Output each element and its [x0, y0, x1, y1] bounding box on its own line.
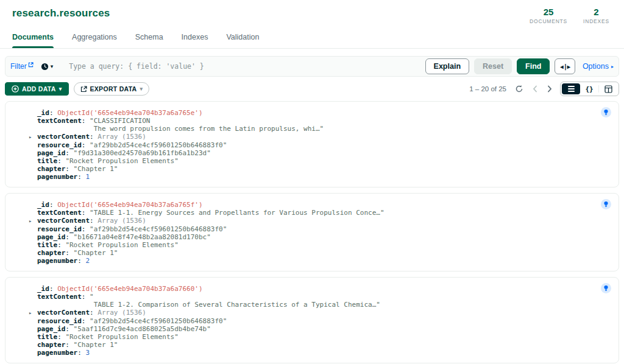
filter-link[interactable]: Filter: [10, 62, 34, 71]
stat-value: 25: [530, 7, 567, 17]
tab-documents[interactable]: Documents: [12, 33, 54, 48]
field-key: resource_id: [37, 141, 82, 149]
field-key: resource_id: [37, 317, 82, 325]
field-value: ObjectId('665e4eb94ea704b37a6a7660'): [57, 285, 202, 293]
expand-caret-icon[interactable]: ▸: [29, 217, 37, 225]
insight-badge[interactable]: [601, 107, 611, 117]
field-value: "TABLE 1-1. Energy Sources and Propellan…: [90, 209, 384, 217]
field-value: "Rocket Propulsion Elements": [65, 241, 178, 249]
document-field-row[interactable]: resource_id: "af29bb2d54ce4cf59601250b64…: [37, 141, 606, 149]
table-view-icon: [604, 85, 612, 93]
document-field-row[interactable]: ▸vectorContent: Array (1536): [37, 217, 606, 225]
document-field-row[interactable]: _id: ObjectId('665e4eb94ea704b37a6a765e'…: [37, 109, 606, 117]
document-field-row[interactable]: pagenumber: 3: [37, 349, 606, 357]
document-field-row[interactable]: pagenumber: 2: [37, 257, 606, 265]
field-separator: :: [57, 241, 65, 249]
expand-caret-icon[interactable]: ▸: [29, 133, 37, 141]
collection-stat: 2 INDEXES: [583, 7, 609, 24]
field-value: 2: [85, 257, 90, 265]
document-field-row[interactable]: textContent: " TABLE 1-2. Comparison of …: [37, 293, 606, 309]
document-field-row[interactable]: resource_id: "af29bb2d54ce4cf59601250b64…: [37, 317, 606, 325]
export-data-button[interactable]: EXPORT DATA ▾: [74, 82, 150, 96]
field-separator: :: [65, 165, 73, 173]
query-history-button[interactable]: ▾: [41, 63, 54, 71]
tab-aggregations[interactable]: Aggregations: [72, 33, 117, 48]
insight-badge[interactable]: [601, 199, 611, 209]
export-data-label: EXPORT DATA: [90, 85, 137, 93]
query-bar: Filter ▾ Explain Reset Find ◂❘▸ Options …: [5, 56, 619, 77]
document-field-row[interactable]: pagenumber: 1: [37, 173, 606, 181]
json-view-button[interactable]: {}: [580, 83, 598, 94]
tab-indexes[interactable]: Indexes: [182, 33, 208, 48]
document-field-row[interactable]: ▸vectorContent: Array (1536): [37, 309, 606, 317]
document-field-row[interactable]: chapter: "Chapter 1": [37, 165, 606, 173]
query-input[interactable]: [68, 61, 419, 71]
refresh-button[interactable]: [514, 83, 525, 94]
field-separator: :: [57, 157, 65, 165]
export-icon: [80, 86, 87, 93]
field-separator: :: [77, 173, 85, 181]
field-value: Array (1536): [98, 133, 146, 141]
field-key: chapter: [37, 341, 65, 349]
options-link[interactable]: Options ▸: [583, 62, 614, 71]
next-page-button[interactable]: [545, 84, 554, 94]
add-data-button[interactable]: ADD DATA ▾: [5, 82, 69, 96]
field-key: title: [37, 157, 57, 165]
reset-button[interactable]: Reset: [474, 58, 512, 74]
list-view-button[interactable]: [562, 83, 580, 94]
collection-tabs: Documents Aggregations Schema Indexes Va…: [0, 24, 624, 49]
field-value: "Chapter 1": [74, 341, 118, 349]
field-key: _id: [37, 109, 49, 117]
document-field-row[interactable]: chapter: "Chapter 1": [37, 249, 606, 257]
field-value: "Chapter 1": [74, 165, 118, 173]
prev-page-button[interactable]: [531, 84, 539, 94]
lightbulb-icon: [603, 201, 609, 208]
document-field-row[interactable]: _id: ObjectId('665e4eb94ea704b37a6a765f'…: [37, 201, 606, 209]
field-value: ObjectId('665e4eb94ea704b37a6a765f'): [57, 201, 202, 209]
chevron-left-icon: [532, 85, 538, 93]
field-key: page_id: [37, 149, 65, 157]
document-field-row[interactable]: chapter: "Chapter 1": [37, 341, 606, 349]
field-separator: :: [82, 117, 90, 125]
table-view-button[interactable]: [599, 83, 617, 94]
field-separator: :: [82, 293, 90, 301]
document-field-row[interactable]: title: "Rocket Propulsion Elements": [37, 157, 606, 165]
document-field-row[interactable]: page_id: "f9d31a300ed24570a69b161fb6a1b2…: [37, 149, 606, 157]
field-value: "5aaf116d7c9e4acd868025a5db4be74b": [74, 325, 211, 333]
field-separator: :: [77, 349, 85, 357]
field-value: "f9d31a300ed24570a69b161fb6a1b23d": [74, 149, 211, 157]
field-value: "b16671a04e8f47e48b2aa82081d170bc": [74, 233, 211, 241]
query-actions: Explain Reset Find ◂❘▸ Options ▸: [425, 58, 614, 74]
document-field-row[interactable]: ▸vectorContent: Array (1536): [37, 133, 606, 141]
stat-value: 2: [583, 7, 609, 17]
explain-button[interactable]: Explain: [425, 58, 469, 74]
document-field-row[interactable]: _id: ObjectId('665e4eb94ea704b37a6a7660'…: [37, 285, 606, 293]
field-key: resource_id: [37, 225, 82, 233]
document-field-row[interactable]: page_id: "b16671a04e8f47e48b2aa82081d170…: [37, 233, 606, 241]
collection-stats: 25 DOCUMENTS 2 INDEXES: [530, 7, 612, 24]
document-field-row[interactable]: textContent: "TABLE 1-1. Energy Sources …: [37, 209, 606, 217]
field-value: 1: [85, 173, 90, 181]
tab-schema[interactable]: Schema: [135, 33, 163, 48]
document-field-row[interactable]: page_id: "5aaf116d7c9e4acd868025a5db4be7…: [37, 325, 606, 333]
chevron-down-icon: ▾: [59, 86, 62, 92]
document-list: _id: ObjectId('665e4eb94ea704b37a6a765e'…: [5, 101, 619, 364]
expand-caret-icon[interactable]: ▸: [29, 309, 37, 317]
options-label: Options: [583, 62, 609, 71]
field-key: vectorContent: [37, 217, 90, 225]
document-field-row[interactable]: title: "Rocket Propulsion Elements": [37, 241, 606, 249]
field-key: page_id: [37, 233, 65, 241]
field-key: _id: [37, 201, 49, 209]
chevron-right-icon: ▸: [611, 64, 614, 69]
document-field-row[interactable]: title: "Rocket Propulsion Elements": [37, 333, 606, 341]
document-field-row[interactable]: textContent: "CLASSIFICATION The word pr…: [37, 117, 606, 133]
document-field-row[interactable]: resource_id: "af29bb2d54ce4cf59601250b64…: [37, 225, 606, 233]
tab-validation[interactable]: Validation: [226, 33, 259, 48]
field-key: textContent: [37, 117, 82, 125]
document-card: _id: ObjectId('665e4eb94ea704b37a6a765e'…: [5, 101, 619, 187]
field-key: _id: [37, 285, 49, 293]
insight-badge[interactable]: [601, 283, 611, 293]
find-button[interactable]: Find: [517, 58, 550, 74]
toolbar-left: ADD DATA ▾ EXPORT DATA ▾: [5, 82, 149, 96]
query-editor-toggle-button[interactable]: ◂❘▸: [555, 58, 575, 74]
